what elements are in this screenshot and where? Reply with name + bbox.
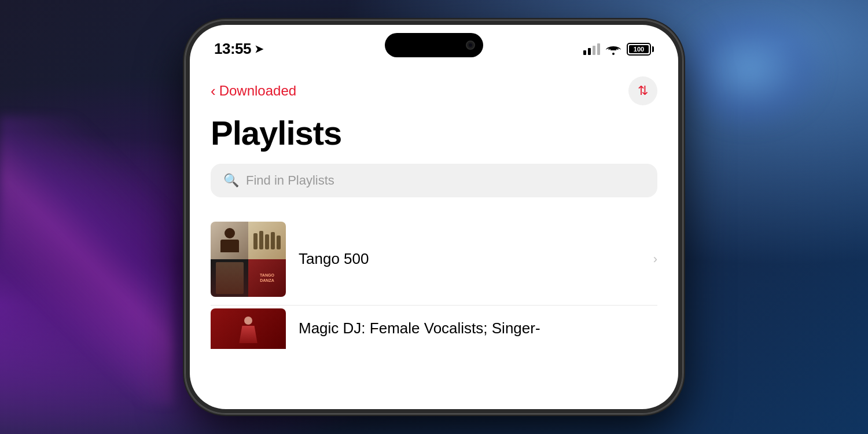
list-item[interactable]: Magic DJ: Female Vocalists; Singer-: [211, 306, 657, 352]
battery-indicator: 100: [627, 43, 654, 56]
signal-bar-1: [583, 50, 586, 55]
signal-bar-2: [588, 48, 591, 55]
playlist-artwork-magic-dj: [211, 308, 286, 349]
status-time: 13:55 ➤: [214, 40, 263, 58]
playlist-artwork-tango500: TANGODANZA: [211, 222, 286, 297]
phone-frame: 13:55 ➤: [185, 20, 683, 414]
list-item[interactable]: TANGODANZA Tango 500 ›: [211, 214, 657, 306]
bg-blue-orb: [677, 12, 822, 127]
playlist-name: Tango 500: [299, 250, 369, 267]
playlist-info: Tango 500: [299, 250, 641, 268]
location-icon: ➤: [255, 43, 263, 56]
bg-streaks: [0, 116, 174, 405]
camera-dot: [466, 41, 475, 50]
signal-bar-3: [593, 46, 595, 55]
wifi-arc-small: [610, 49, 616, 52]
app-content: ‹ Downloaded ⇅ Playlists 🔍 Find in Playl…: [190, 62, 678, 352]
phone-screen: 13:55 ➤: [190, 25, 678, 409]
nav-bar: ‹ Downloaded ⇅: [211, 68, 657, 111]
artwork-cell-4: TANGODANZA: [248, 259, 286, 297]
search-bar[interactable]: 🔍 Find in Playlists: [211, 164, 657, 197]
artwork-cell-2: [248, 222, 286, 259]
artwork-cell-3: [211, 259, 248, 297]
playlist-name-2: Magic DJ: Female Vocalists; Singer-: [299, 319, 540, 337]
wifi-dot: [612, 53, 615, 55]
search-icon: 🔍: [223, 173, 239, 188]
dynamic-island: [385, 33, 483, 57]
time-display: 13:55: [214, 40, 251, 58]
battery-level: 100: [627, 46, 651, 53]
back-button[interactable]: ‹ Downloaded: [211, 83, 296, 99]
status-bar: 13:55 ➤: [190, 25, 678, 62]
back-label: Downloaded: [219, 83, 296, 99]
signal-strength-icon: [583, 43, 600, 55]
battery-tip: [652, 46, 654, 52]
artwork-cell-1: [211, 222, 248, 259]
sort-icon: ⇅: [638, 83, 648, 98]
wifi-icon: [606, 43, 621, 55]
playlist-info-2: Magic DJ: Female Vocalists; Singer-: [299, 319, 657, 337]
page-title: Playlists: [211, 116, 657, 151]
search-placeholder: Find in Playlists: [246, 173, 334, 188]
chevron-right-icon: ›: [653, 252, 657, 267]
status-right: 100: [583, 43, 654, 56]
signal-bar-4: [597, 43, 600, 55]
sort-button[interactable]: ⇅: [628, 76, 657, 105]
cell4-text: TANGODANZA: [260, 273, 274, 283]
back-chevron-icon: ‹: [211, 83, 216, 98]
